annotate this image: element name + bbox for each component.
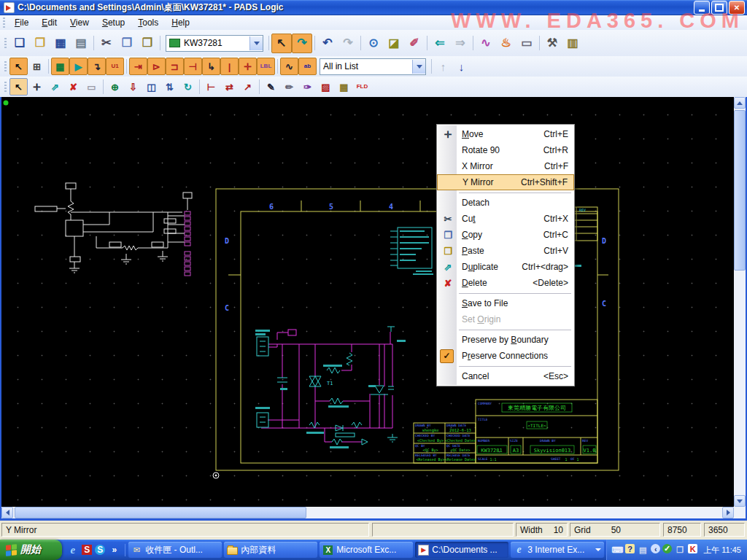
scroll-down-button[interactable] [734,495,746,507]
save-icon[interactable]: ▦ [50,34,71,53]
display-tray-icon[interactable]: ▤ [637,544,649,556]
combo-dropdown-button[interactable] [412,60,425,74]
menu-item-delete[interactable]: ✘Delete<Delete> [437,275,574,291]
print-icon[interactable]: ▤ [71,34,91,53]
scroll-right-button[interactable] [722,507,734,518]
field-icon[interactable]: FLD [353,78,371,96]
select-parts-icon[interactable]: ⊞ [28,58,46,75]
add-text-icon[interactable]: ab [298,58,317,75]
horizontal-scrollbar[interactable] [1,507,734,518]
menu-item-set-origin[interactable]: Set Origin [437,311,574,327]
undo-icon[interactable]: ↶ [317,34,338,53]
overflow-chevron-icon[interactable]: » [108,544,120,556]
rotate-icon[interactable]: ↻ [179,78,197,96]
next-item-button[interactable]: ↓ [452,58,471,75]
edit-graphics-icon[interactable]: ✏ [280,78,298,96]
eco-icon[interactable]: ♨ [496,34,516,53]
paste-part-icon[interactable]: ⇩ [124,78,142,96]
network-tray-icon[interactable]: ❒ [674,544,686,556]
copy-icon[interactable]: ❐ [117,34,137,53]
skype-quicklaunch-icon[interactable]: S [95,545,105,555]
open-file-icon[interactable]: ❐ [30,34,50,53]
task-excel[interactable]: XMicrosoft Exc... [320,542,413,558]
edit-label-icon[interactable]: ✑ [298,78,317,96]
start-button[interactable]: 開始 [0,540,62,560]
scroll-left-button[interactable] [1,507,13,518]
help-tray-icon[interactable]: ? [625,544,635,553]
add-new-part-icon[interactable]: ⊕ [106,78,124,96]
properties-icon[interactable]: ▭ [82,78,101,96]
netlist-icon[interactable]: ∿ [476,34,496,53]
archive-icon[interactable]: ▥ [562,34,583,53]
redline-icon[interactable]: ✐ [404,34,425,53]
swap-pin-icon[interactable]: ⇄ [220,78,239,96]
previous-sheet-icon[interactable]: ⇐ [430,34,450,53]
task-ie[interactable]: e3 Internet Ex... [511,542,604,558]
menu-setup[interactable]: Setup [96,16,131,29]
menu-item-preserve-by-boundary[interactable]: Preserve by Boundary [437,332,574,348]
vertical-scroll-thumb[interactable] [734,110,746,271]
restore-button[interactable] [711,1,727,15]
selection-filter-icon[interactable]: ↖ [271,34,292,53]
menu-file[interactable]: File [8,16,35,29]
combo-dropdown-button[interactable] [249,36,263,50]
menu-item-y-mirror[interactable]: Y MirrorCtrl+Shift+F [437,174,574,190]
solidworks-quicklaunch-icon[interactable]: S [82,545,92,555]
cut-icon[interactable]: ✂ [96,34,117,53]
schematic-canvas[interactable]: 6 5 4 D C D C DATE REV [1,97,734,507]
set-pin-number-icon[interactable]: U1 [106,58,124,75]
route-corner-icon[interactable]: ↳ [202,58,220,75]
copy-move-icon[interactable]: ⇗ [46,78,64,96]
tee-connection-icon[interactable]: ✛ [239,58,257,75]
filter-combo[interactable]: All in List [320,58,426,75]
group-dropdown-icon[interactable] [595,548,601,551]
bus-tap-icon[interactable]: ⊣ [184,58,202,75]
horizontal-scroll-thumb[interactable] [15,507,306,518]
cam-tools-icon[interactable]: ⚒ [542,34,562,53]
menu-item-copy[interactable]: ❐CopyCtrl+C [437,227,574,243]
report-icon[interactable]: ▭ [516,34,537,53]
menu-item-move[interactable]: ✛MoveCtrl+E [437,126,574,142]
paste-icon[interactable]: ❒ [137,34,158,53]
next-sheet-icon[interactable]: ⇒ [450,34,471,53]
add-gate-icon[interactable]: ▶ [69,58,88,75]
board-view-icon[interactable]: ◪ [384,34,404,53]
menu-help[interactable]: Help [165,16,196,29]
antivirus-tray-icon[interactable]: K [688,544,697,553]
menu-item-save-to-file[interactable]: Save to File [437,295,574,311]
keyboard-tray-icon[interactable]: ⌨ [611,544,623,556]
label-icon[interactable]: LBL [257,58,275,75]
menu-item-paste[interactable]: ❒PasteCtrl+V [437,243,574,259]
move-icon[interactable]: ✛ [28,78,46,96]
redo-icon[interactable]: ↷ [338,34,358,53]
line-width-panel[interactable]: Width 10 [516,523,568,537]
menu-item-cut[interactable]: ✂CutCtrl+X [437,211,574,227]
part-selector-combo[interactable]: KW37281 [166,35,263,52]
zoom-icon[interactable]: ⊙ [363,34,384,53]
task-folder[interactable]: 內部資料 [224,542,317,558]
close-button[interactable]: ✕ [729,1,745,15]
add-bus-icon[interactable]: ⊐ [166,58,184,75]
vertical-scrollbar[interactable] [734,97,746,507]
add-connection-icon[interactable]: ↴ [88,58,106,75]
menu-view[interactable]: View [63,16,96,29]
attributes-icon[interactable]: ▨ [317,78,335,96]
edit-net-icon[interactable]: ✎ [262,78,280,96]
select-arrow-icon[interactable]: ↖ [9,78,28,96]
task-outlook[interactable]: ✉收件匣 - Outl... [128,542,222,558]
move-pin-icon[interactable]: ↗ [239,78,257,96]
modify-net-icon[interactable]: ∿ [280,58,298,75]
select-gates-icon[interactable]: ↖ [9,58,28,75]
minimize-button[interactable] [694,1,710,15]
menu-item-detach[interactable]: Detach [437,195,574,211]
add-pin-icon[interactable]: ⊢ [202,78,220,96]
messenger-tray-icon[interactable]: ✓ [662,544,672,553]
stamp-icon[interactable]: ▩ [335,78,353,96]
new-document-icon[interactable]: ❏ [9,34,30,53]
previous-item-button[interactable]: ↑ [434,58,452,75]
menu-item-duplicate[interactable]: ⇗DuplicateCtrl+<drag> [437,259,574,275]
tack-icon[interactable]: | [220,58,239,75]
cycle-filter-icon[interactable]: ↷ [292,34,312,53]
add-part-icon[interactable]: ▦ [51,58,69,75]
menu-item-rotate-90[interactable]: Rotate 90Ctrl+R [437,142,574,158]
